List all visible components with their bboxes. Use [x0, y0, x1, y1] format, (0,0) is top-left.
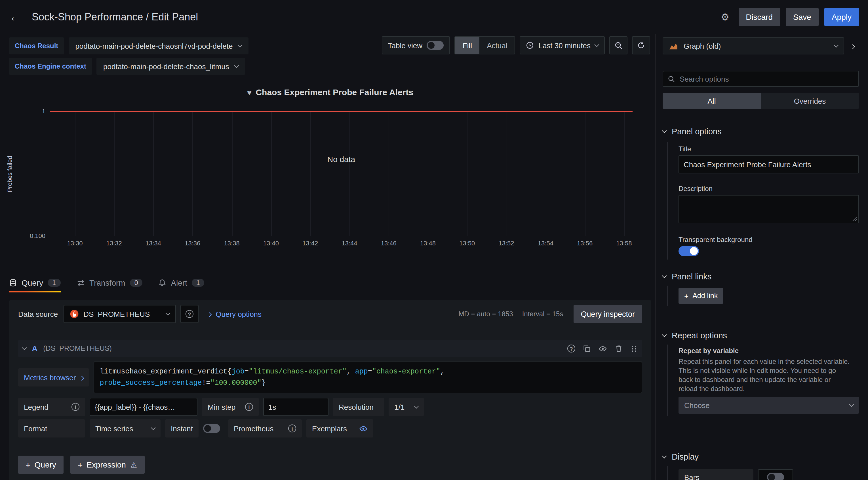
expr-token: ,	[440, 368, 444, 376]
metrics-browser-button[interactable]: Metrics browser	[18, 368, 89, 386]
bars-label: Bars	[679, 469, 753, 480]
collapse-options-button[interactable]	[846, 37, 859, 55]
repeat-variable-select[interactable]: Choose	[679, 397, 859, 414]
variable-row: Chaos Result podtato-main-pod-delete-cha…	[9, 37, 248, 55]
resolution-select[interactable]: 1/1	[389, 398, 424, 416]
bell-icon	[158, 279, 166, 287]
section-guideline	[667, 142, 668, 260]
datasource-help-button[interactable]: ?	[180, 305, 198, 323]
expr-token: ,	[347, 368, 355, 376]
settings-gear-icon[interactable]: ⚙	[721, 11, 730, 23]
trash-icon[interactable]	[615, 345, 622, 352]
resolution-value: 1/1	[394, 403, 404, 411]
duplicate-icon[interactable]	[583, 345, 591, 352]
gridline	[467, 112, 468, 236]
resize-handle-icon[interactable]	[852, 216, 857, 221]
plot-area[interactable]: No data 13:3013:3213:3413:3613:3813:4013…	[50, 112, 632, 236]
drag-handle-icon[interactable]	[630, 345, 638, 352]
page-title: Sock-Shop Performance / Edit Panel	[32, 11, 198, 23]
tab-transform[interactable]: Transform 0	[76, 273, 143, 293]
legend-input[interactable]	[90, 398, 197, 416]
datasource-label: Data source	[18, 310, 58, 318]
options-tab-overrides[interactable]: Overrides	[761, 93, 859, 109]
dashboard-variables: Chaos Result podtato-main-pod-delete-cha…	[9, 37, 248, 75]
discard-button[interactable]: Discard	[738, 8, 780, 26]
add-expression-button[interactable]: +Expression⚠	[70, 456, 144, 474]
variable-picker-chaos-engine[interactable]: podtato-main-pod-delete-chaos_litmus	[96, 58, 245, 75]
fill-option[interactable]: Fill	[455, 37, 479, 54]
table-view-switch[interactable]	[427, 41, 444, 50]
query-expression[interactable]: litmuschaos_experiment_verdict{job="litm…	[94, 362, 643, 393]
resolution-label-text: Resolution	[339, 403, 374, 411]
section-display[interactable]: Display	[663, 452, 699, 461]
x-axis-tick-label: 13:54	[538, 240, 553, 246]
options-tab-all[interactable]: All	[663, 93, 761, 109]
database-icon	[9, 279, 17, 287]
query-inspector-button[interactable]: Query inspector	[573, 305, 642, 323]
section-panel-options[interactable]: Panel options	[663, 127, 722, 136]
refresh-button[interactable]	[632, 36, 650, 55]
gridline	[624, 112, 625, 236]
info-icon: i	[245, 403, 253, 411]
x-axis-tick-label: 13:34	[146, 240, 161, 246]
back-arrow-icon[interactable]: ←	[9, 10, 22, 24]
chevron-down-icon	[151, 425, 156, 430]
format-select[interactable]: Time series	[90, 419, 160, 438]
transparent-bg-switch[interactable]	[679, 246, 699, 256]
instant-label-text: Instant	[171, 424, 193, 433]
options-search[interactable]	[663, 71, 859, 87]
zoom-out-icon	[614, 41, 623, 49]
datasource-row: Data source DS_PROMETHEUS ? Query option…	[18, 305, 642, 323]
y-axis-title: Probes failed	[6, 156, 13, 192]
search-icon	[668, 75, 675, 82]
chevron-down-icon	[238, 43, 243, 47]
section-repeat-options[interactable]: Repeat options	[663, 331, 727, 340]
clock-icon	[526, 41, 534, 49]
actual-option[interactable]: Actual	[479, 37, 515, 54]
apply-button[interactable]: Apply	[824, 8, 859, 26]
collapse-chevron-icon[interactable]	[22, 345, 27, 350]
add-query-button[interactable]: +Query	[18, 456, 64, 474]
x-axis-tick-label: 13:32	[106, 240, 122, 246]
switch-knob	[690, 247, 698, 255]
eye-icon[interactable]	[598, 344, 607, 353]
prometheus-type-text: Prometheus	[234, 424, 274, 433]
save-button[interactable]: Save	[786, 8, 819, 26]
add-link-button[interactable]: + Add link	[679, 288, 723, 304]
panel-title-input[interactable]	[679, 155, 859, 173]
visualization-picker[interactable]: Graph (old)	[663, 37, 844, 55]
legend-label-text: Legend	[24, 403, 49, 411]
bars-switch[interactable]	[767, 473, 784, 480]
repeat-description: Repeat this panel for each value in the …	[679, 357, 850, 393]
switch-knob	[204, 425, 211, 432]
x-axis-tick-label: 13:48	[420, 240, 436, 246]
panel-description-textarea[interactable]	[679, 195, 859, 223]
bars-switch-box	[758, 469, 793, 480]
x-axis-tick-label: 13:46	[381, 240, 397, 246]
query-row-header[interactable]: A (DS_PROMETHEUS) ?	[18, 340, 642, 357]
tab-alert[interactable]: Alert 1	[158, 273, 204, 293]
plus-icon: +	[26, 460, 31, 470]
query-options-toggle[interactable]: Query options	[208, 310, 261, 318]
help-icon[interactable]: ?	[567, 345, 575, 352]
section-title: Display	[672, 452, 699, 461]
eye-icon	[359, 424, 368, 433]
time-range-picker[interactable]: Last 30 minutes	[520, 36, 605, 55]
exemplars-toggle[interactable]: Exemplars	[306, 419, 373, 438]
instant-switch[interactable]	[203, 424, 220, 433]
section-panel-links[interactable]: Panel links	[663, 272, 711, 281]
table-view-toggle-group: Table view	[382, 36, 450, 55]
graph-viz-icon	[669, 42, 679, 49]
variable-value: podtato-main-pod-delete-chaosnl7vd-pod-d…	[75, 42, 232, 50]
variable-picker-chaos-result[interactable]: podtato-main-pod-delete-chaosnl7vd-pod-d…	[68, 37, 248, 55]
chevron-down-icon	[849, 402, 854, 407]
zoom-out-button[interactable]	[609, 36, 627, 55]
options-search-input[interactable]	[680, 74, 854, 83]
grafana-edit-panel: ← Sock-Shop Performance / Edit Panel ⚙ D…	[0, 0, 868, 480]
min-step-input[interactable]	[263, 398, 329, 416]
max-data-points-text: MD = auto = 1853	[459, 310, 513, 318]
gridline	[585, 112, 586, 236]
x-axis-tick-label: 13:30	[67, 240, 83, 246]
tab-query[interactable]: Query 1	[9, 273, 60, 293]
datasource-picker[interactable]: DS_PROMETHEUS	[64, 305, 176, 323]
